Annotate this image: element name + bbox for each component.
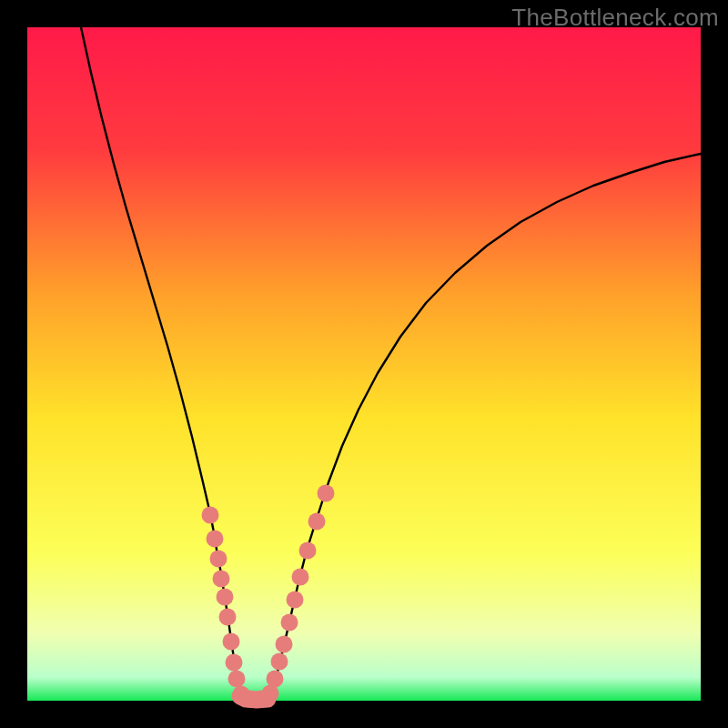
curve-right-curve (268, 154, 701, 699)
data-marker (299, 542, 317, 560)
data-marker (318, 485, 335, 502)
data-marker (210, 551, 228, 568)
outer-frame: TheBottleneck.com (0, 0, 728, 728)
data-marker (308, 513, 326, 531)
chart-svg (0, 0, 728, 728)
data-marker (217, 589, 234, 606)
data-marker (292, 569, 309, 586)
data-marker (219, 609, 237, 626)
data-marker (228, 671, 246, 688)
data-marker (276, 636, 293, 653)
data-marker (202, 507, 219, 524)
data-marker (287, 592, 304, 609)
data-marker (271, 653, 288, 671)
data-marker (226, 654, 243, 672)
data-marker (207, 531, 224, 548)
data-marker (267, 671, 284, 688)
data-marker (213, 571, 230, 588)
data-marker (223, 633, 240, 651)
data-marker (281, 614, 298, 632)
